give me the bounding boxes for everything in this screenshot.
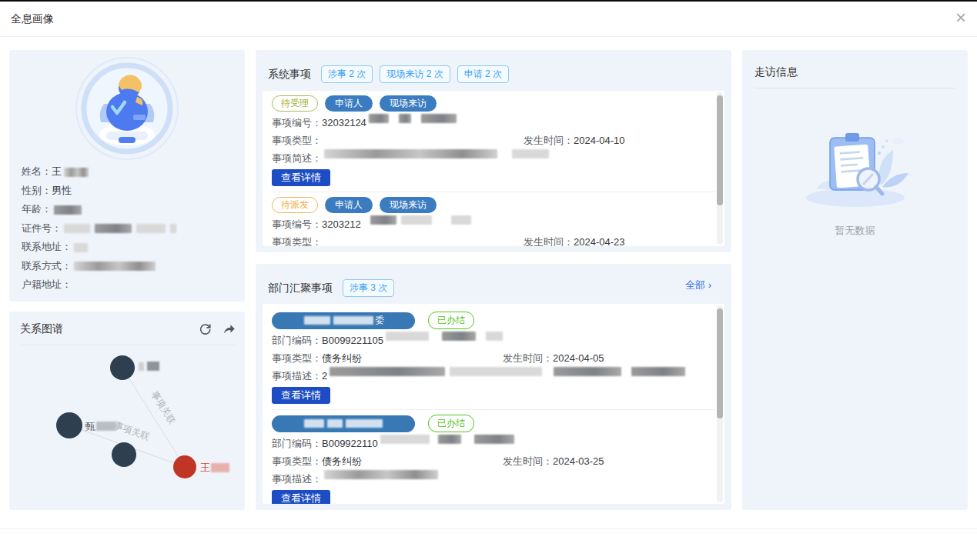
graph-node[interactable] <box>112 442 136 467</box>
view-detail-button[interactable]: 查看详情 <box>272 387 330 404</box>
header-divider <box>754 88 955 88</box>
badge-involved-count: 涉事 2 次 <box>321 65 373 83</box>
profile-field-age: 年龄： <box>22 200 239 219</box>
relation-graph-header: 关系图谱 <box>18 312 236 345</box>
badge-apply-count: 申请 2 次 <box>457 65 509 83</box>
done-tag: 已办结 <box>428 312 474 329</box>
refresh-icon[interactable] <box>199 322 212 335</box>
badge-visit-count: 现场来访 2 次 <box>380 65 450 83</box>
footer-divider <box>0 528 977 529</box>
role-tag: 申请人 <box>325 95 373 112</box>
redacted-text <box>421 114 457 123</box>
redacted-text <box>369 114 389 123</box>
channel-tag: 现场来访 <box>380 197 437 213</box>
redacted-text <box>380 435 430 444</box>
redacted-text <box>54 205 82 215</box>
redacted-text <box>136 224 166 233</box>
dept-items-title: 部门汇聚事项 <box>268 282 333 295</box>
redacted-text <box>399 114 411 123</box>
item-no-row: 事项编号：3203212 <box>272 215 704 233</box>
system-item-card: 待受理 申请人 现场来访 事项编号：32032124 事项类型： 发生时间：20… <box>263 91 724 186</box>
graph-node[interactable] <box>110 355 135 380</box>
redacted-text <box>96 422 116 431</box>
item-no-row: 事项编号：32032124 <box>272 114 704 132</box>
scrollbar-thumb[interactable] <box>717 95 723 205</box>
graph-node-main[interactable] <box>173 455 196 478</box>
empty-text: 暂无数据 <box>742 224 968 238</box>
badge-involved-count: 涉事 3 次 <box>343 279 394 297</box>
empty-state: 暂无数据 <box>742 118 968 238</box>
dept-code-row: 部门编码：B0099221105 <box>272 332 704 349</box>
scrollbar-thumb[interactable] <box>717 308 723 418</box>
redacted-text <box>438 435 461 444</box>
dept-items-panel: 部门汇聚事项 涉事 3 次 全部 › 委 已办结 部门编码：B009922110… <box>256 264 731 510</box>
graph-node[interactable] <box>56 412 82 438</box>
redacted-text <box>401 215 432 225</box>
dept-items-list: 委 已办结 部门编码：B0099221105 事项类型：债务纠纷 发生时间：20… <box>263 304 724 504</box>
redacted-text <box>74 262 156 271</box>
view-all-link[interactable]: 全部 › <box>685 278 711 292</box>
system-items-title: 系统事项 <box>268 68 311 82</box>
empty-illustration <box>790 118 921 212</box>
relation-graph-panel: 关系图谱 事项关联 事项关联 甄 <box>9 312 245 510</box>
system-items-header: 系统事项 涉事 2 次 现场来访 2 次 申请 2 次 <box>268 65 509 83</box>
dept-item-card: 委 已办结 部门编码：B0099221105 事项类型：债务纠纷 发生时间：20… <box>263 304 724 404</box>
profile-field-registered-address: 户籍地址： <box>22 275 239 295</box>
edge-label: 事项关联 <box>112 419 151 442</box>
profile-panel: 姓名：王 性别：男性 年龄： 证件号： 联系地址： 联系方式： 户籍地址： <box>9 50 245 302</box>
redacted-text <box>324 149 497 158</box>
profile-field-name: 姓名：王 <box>22 162 239 182</box>
channel-tag: 现场来访 <box>380 95 437 112</box>
graph-node-label: 王 <box>200 462 210 473</box>
redacted-text <box>631 367 685 376</box>
redacted-text <box>304 316 330 325</box>
redacted-text <box>333 316 373 325</box>
redacted-text <box>211 463 229 472</box>
redacted-text <box>554 367 621 376</box>
redacted-text <box>450 367 542 376</box>
redacted-text <box>139 362 144 371</box>
dept-desc-row: 事项描述：2 <box>272 367 704 385</box>
dept-items-header: 部门汇聚事项 涉事 3 次 <box>268 279 394 297</box>
redacted-text <box>95 224 132 233</box>
system-items-list: 待受理 申请人 现场来访 事项编号：32032124 事项类型： 发生时间：20… <box>263 91 724 246</box>
redacted-text <box>64 224 90 233</box>
redacted-text <box>346 419 383 428</box>
graph-node-label: 甄 <box>85 421 95 432</box>
status-tag: 待派发 <box>272 197 318 213</box>
redacted-text <box>327 419 343 428</box>
view-detail-button[interactable]: 查看详情 <box>272 490 330 504</box>
holographic-portrait-modal: 全息画像 × 姓名：王 性别：男性 年龄： 证件号 <box>0 0 977 560</box>
department-tag <box>272 415 415 432</box>
redacted-text <box>330 367 445 376</box>
item-type-time-row: 事项类型： 发生时间：2024-04-23 <box>272 233 704 246</box>
redacted-text <box>474 435 514 444</box>
profile-field-gender: 性别：男性 <box>22 182 239 201</box>
profile-field-contact-address: 联系地址： <box>22 238 239 257</box>
redacted-text <box>147 362 159 371</box>
profile-field-contact-phone: 联系方式： <box>22 257 239 276</box>
dept-item-card: 已办结 部门编码：B009922110 事项类型：债务纠纷 发生时间：2024-… <box>263 410 724 504</box>
dept-code-row: 部门编码：B009922110 <box>272 435 704 452</box>
done-tag: 已办结 <box>428 415 474 432</box>
modal-title: 全息画像 <box>11 12 54 26</box>
profile-field-id-number: 证件号： <box>22 219 239 238</box>
redacted-text <box>451 215 471 225</box>
redacted-text <box>486 332 503 341</box>
redacted-text <box>370 215 396 225</box>
redacted-text <box>324 470 438 479</box>
edge-label: 事项关联 <box>149 389 178 426</box>
redacted-text <box>386 332 429 341</box>
role-tag: 申请人 <box>325 197 373 213</box>
close-icon[interactable]: × <box>955 6 966 29</box>
redacted-text <box>512 149 549 158</box>
avatar-illustration <box>73 55 181 162</box>
redacted-text <box>170 224 176 233</box>
share-icon[interactable] <box>223 322 236 335</box>
redacted-text <box>442 332 476 341</box>
status-tag: 待受理 <box>272 95 318 112</box>
redacted-text <box>304 419 324 428</box>
chevron-right-icon: › <box>708 279 711 291</box>
dept-type-time-row: 事项类型：债务纠纷 发生时间：2024-03-25 <box>272 452 704 470</box>
view-detail-button[interactable]: 查看详情 <box>272 169 330 186</box>
